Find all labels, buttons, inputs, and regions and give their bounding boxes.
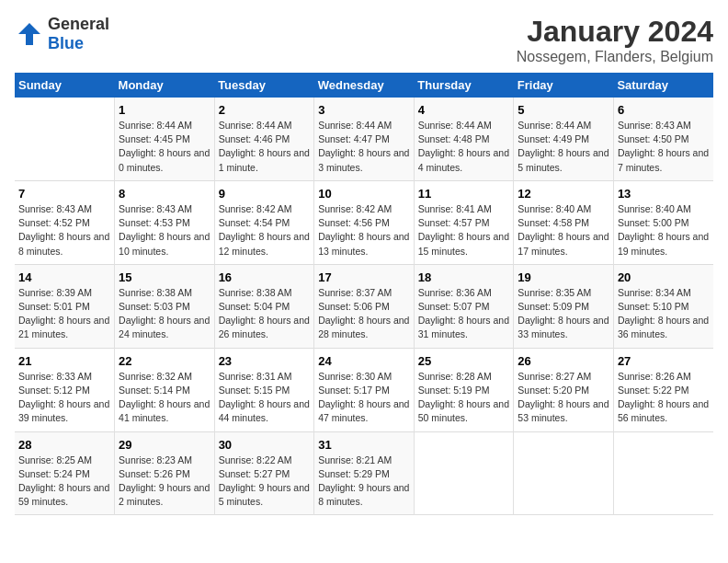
calendar-cell: 24Sunrise: 8:30 AMSunset: 5:17 PMDayligh…	[314, 348, 415, 431]
day-info: Sunrise: 8:28 AMSunset: 5:19 PMDaylight:…	[418, 370, 510, 426]
day-info: Sunrise: 8:38 AMSunset: 5:03 PMDaylight:…	[119, 286, 210, 342]
calendar-week-row: 28Sunrise: 8:25 AMSunset: 5:24 PMDayligh…	[15, 431, 713, 515]
day-number: 21	[18, 354, 110, 368]
day-info: Sunrise: 8:31 AMSunset: 5:15 PMDaylight:…	[219, 370, 311, 426]
calendar-cell: 3Sunrise: 8:44 AMSunset: 4:47 PMDaylight…	[314, 98, 415, 180]
calendar-cell: 31Sunrise: 8:21 AMSunset: 5:29 PMDayligh…	[314, 431, 415, 515]
day-info: Sunrise: 8:32 AMSunset: 5:14 PMDaylight:…	[119, 370, 210, 426]
subtitle: Nossegem, Flanders, Belgium	[517, 49, 713, 65]
day-info: Sunrise: 8:27 AMSunset: 5:20 PMDaylight:…	[518, 370, 609, 426]
day-number: 24	[318, 354, 410, 368]
day-number: 16	[219, 270, 311, 284]
calendar-cell: 20Sunrise: 8:34 AMSunset: 5:10 PMDayligh…	[613, 264, 713, 348]
day-info: Sunrise: 8:44 AMSunset: 4:47 PMDaylight:…	[318, 119, 410, 175]
weekday-header: Sunday	[15, 73, 115, 98]
day-info: Sunrise: 8:36 AMSunset: 5:07 PMDaylight:…	[418, 286, 510, 342]
day-info: Sunrise: 8:23 AMSunset: 5:26 PMDaylight:…	[119, 454, 210, 510]
day-number: 23	[219, 354, 311, 368]
calendar-cell: 23Sunrise: 8:31 AMSunset: 5:15 PMDayligh…	[214, 348, 314, 431]
calendar-week-row: 7Sunrise: 8:43 AMSunset: 4:52 PMDaylight…	[15, 180, 713, 264]
day-info: Sunrise: 8:33 AMSunset: 5:12 PMDaylight:…	[18, 370, 110, 426]
day-info: Sunrise: 8:44 AMSunset: 4:49 PMDaylight:…	[518, 119, 609, 175]
weekday-header: Saturday	[613, 73, 713, 98]
calendar-cell: 22Sunrise: 8:32 AMSunset: 5:14 PMDayligh…	[115, 348, 215, 431]
day-number: 25	[418, 354, 510, 368]
day-number: 27	[618, 354, 710, 368]
day-number: 10	[318, 187, 410, 201]
day-info: Sunrise: 8:43 AMSunset: 4:53 PMDaylight:…	[119, 202, 210, 259]
logo-text: General Blue	[48, 15, 109, 53]
day-number: 19	[518, 270, 609, 284]
day-info: Sunrise: 8:37 AMSunset: 5:06 PMDaylight:…	[318, 286, 410, 342]
day-number: 9	[219, 187, 311, 201]
day-number: 22	[119, 354, 210, 368]
calendar-cell: 13Sunrise: 8:40 AMSunset: 5:00 PMDayligh…	[613, 180, 713, 264]
calendar-cell: 15Sunrise: 8:38 AMSunset: 5:03 PMDayligh…	[115, 264, 215, 348]
calendar-cell: 18Sunrise: 8:36 AMSunset: 5:07 PMDayligh…	[414, 264, 514, 348]
logo-general: General	[48, 15, 109, 33]
day-info: Sunrise: 8:41 AMSunset: 4:57 PMDaylight:…	[418, 202, 510, 259]
calendar-cell: 25Sunrise: 8:28 AMSunset: 5:19 PMDayligh…	[414, 348, 514, 431]
day-info: Sunrise: 8:25 AMSunset: 5:24 PMDaylight:…	[18, 454, 110, 510]
day-number: 5	[518, 103, 609, 117]
day-number: 17	[318, 270, 410, 284]
calendar-cell: 28Sunrise: 8:25 AMSunset: 5:24 PMDayligh…	[15, 431, 115, 515]
logo: General Blue	[15, 15, 109, 53]
day-number: 8	[119, 187, 210, 201]
day-number: 28	[18, 438, 110, 452]
day-info: Sunrise: 8:30 AMSunset: 5:17 PMDaylight:…	[318, 370, 410, 426]
day-info: Sunrise: 8:38 AMSunset: 5:04 PMDaylight:…	[219, 286, 311, 342]
day-number: 20	[618, 270, 710, 284]
weekday-header: Monday	[115, 73, 215, 98]
main-title: January 2024	[517, 15, 713, 49]
title-area: January 2024 Nossegem, Flanders, Belgium	[517, 15, 713, 65]
calendar-cell: 30Sunrise: 8:22 AMSunset: 5:27 PMDayligh…	[214, 431, 314, 515]
svg-marker-0	[18, 23, 40, 45]
calendar-week-row: 14Sunrise: 8:39 AMSunset: 5:01 PMDayligh…	[15, 264, 713, 348]
day-number: 31	[318, 438, 410, 452]
day-info: Sunrise: 8:44 AMSunset: 4:46 PMDaylight:…	[219, 119, 311, 175]
calendar-cell: 26Sunrise: 8:27 AMSunset: 5:20 PMDayligh…	[514, 348, 614, 431]
calendar-cell: 9Sunrise: 8:42 AMSunset: 4:54 PMDaylight…	[214, 180, 314, 264]
calendar-cell	[15, 98, 115, 180]
weekday-header: Wednesday	[314, 73, 415, 98]
calendar-cell: 19Sunrise: 8:35 AMSunset: 5:09 PMDayligh…	[514, 264, 614, 348]
day-info: Sunrise: 8:40 AMSunset: 4:58 PMDaylight:…	[518, 202, 609, 259]
calendar-cell: 27Sunrise: 8:26 AMSunset: 5:22 PMDayligh…	[613, 348, 713, 431]
calendar-cell: 10Sunrise: 8:42 AMSunset: 4:56 PMDayligh…	[314, 180, 415, 264]
day-info: Sunrise: 8:43 AMSunset: 4:50 PMDaylight:…	[618, 119, 710, 175]
day-number: 2	[219, 103, 311, 117]
weekday-header: Tuesday	[214, 73, 314, 98]
calendar-cell: 11Sunrise: 8:41 AMSunset: 4:57 PMDayligh…	[414, 180, 514, 264]
day-info: Sunrise: 8:44 AMSunset: 4:45 PMDaylight:…	[119, 119, 210, 175]
calendar-cell	[514, 431, 614, 515]
day-number: 1	[119, 103, 210, 117]
day-number: 11	[418, 187, 510, 201]
weekday-header-row: SundayMondayTuesdayWednesdayThursdayFrid…	[15, 73, 713, 98]
day-number: 14	[18, 270, 110, 284]
day-info: Sunrise: 8:40 AMSunset: 5:00 PMDaylight:…	[618, 202, 710, 259]
calendar-table: SundayMondayTuesdayWednesdayThursdayFrid…	[15, 73, 713, 515]
calendar-cell: 29Sunrise: 8:23 AMSunset: 5:26 PMDayligh…	[115, 431, 215, 515]
day-number: 29	[119, 438, 210, 452]
weekday-header: Friday	[514, 73, 614, 98]
day-number: 30	[219, 438, 311, 452]
day-number: 12	[518, 187, 609, 201]
day-info: Sunrise: 8:42 AMSunset: 4:56 PMDaylight:…	[318, 202, 410, 259]
calendar-cell: 8Sunrise: 8:43 AMSunset: 4:53 PMDaylight…	[115, 180, 215, 264]
day-info: Sunrise: 8:35 AMSunset: 5:09 PMDaylight:…	[518, 286, 609, 342]
day-number: 15	[119, 270, 210, 284]
logo-icon	[15, 19, 44, 49]
day-number: 18	[418, 270, 510, 284]
day-info: Sunrise: 8:21 AMSunset: 5:29 PMDaylight:…	[318, 454, 410, 510]
calendar-cell: 4Sunrise: 8:44 AMSunset: 4:48 PMDaylight…	[414, 98, 514, 180]
calendar-cell: 5Sunrise: 8:44 AMSunset: 4:49 PMDaylight…	[514, 98, 614, 180]
day-number: 6	[618, 103, 710, 117]
weekday-header: Thursday	[414, 73, 514, 98]
calendar-cell: 16Sunrise: 8:38 AMSunset: 5:04 PMDayligh…	[214, 264, 314, 348]
calendar-cell: 21Sunrise: 8:33 AMSunset: 5:12 PMDayligh…	[15, 348, 115, 431]
day-info: Sunrise: 8:26 AMSunset: 5:22 PMDaylight:…	[618, 370, 710, 426]
calendar-week-row: 1Sunrise: 8:44 AMSunset: 4:45 PMDaylight…	[15, 98, 713, 180]
calendar-cell	[613, 431, 713, 515]
calendar-cell: 1Sunrise: 8:44 AMSunset: 4:45 PMDaylight…	[115, 98, 215, 180]
